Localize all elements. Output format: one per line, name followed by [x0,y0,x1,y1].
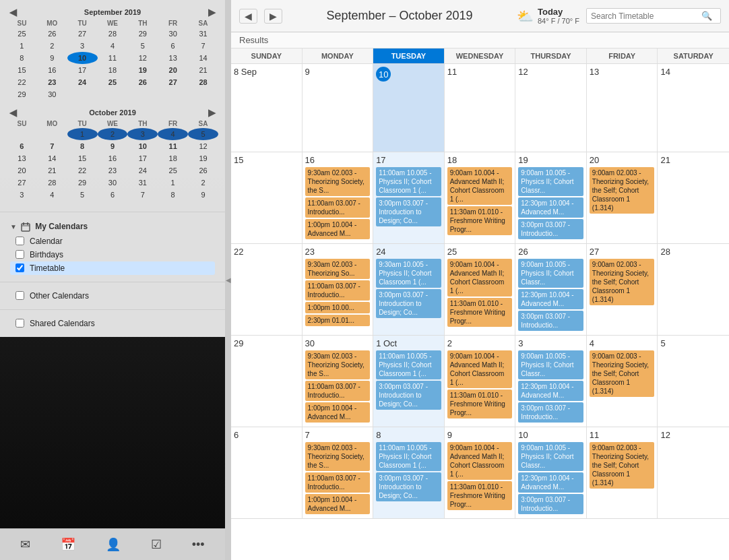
next-month-button[interactable]: ▶ [264,9,282,24]
birthdays-item[interactable]: Birthdays [10,248,215,261]
event[interactable]: 9:00am 10.004 - Advanced Math II; Cohort… [447,350,513,388]
mini-cal-day[interactable]: 21 [188,64,218,76]
mini-cal-day[interactable]: 3 [7,189,37,201]
mini-cal-day[interactable]: 29 [7,88,37,100]
mini-cal-day[interactable]: 28 [37,177,67,189]
more-icon[interactable]: ••• [187,535,210,555]
mini-cal-day[interactable]: 14 [188,52,218,64]
event[interactable]: 9:30am 02.003 - Theorizing Society, the … [305,350,371,379]
mini-cal-day[interactable]: 28 [98,28,128,40]
event[interactable]: 3:00pm 03.007 - Introductio... [518,494,583,514]
mini-cal-day[interactable]: 3 [127,128,158,140]
calendar-item[interactable]: Calendar [10,235,215,248]
search-box[interactable]: 🔍 [586,8,721,24]
event[interactable]: 9:30am 02.003 - Theorizing Society, the … [305,442,371,471]
mini-cal-day[interactable]: 8 [158,189,188,201]
event[interactable]: 9:00am 10.005 - Physics II; Cohort Class… [518,350,583,379]
mini-cal-day[interactable]: 30 [98,177,128,189]
mini-cal-day[interactable]: 29 [67,177,98,189]
calendar-icon[interactable]: 📅 [55,534,81,555]
event[interactable]: 9:00am 10.004 - Advanced Math II; Cohort… [447,442,513,480]
mini-cal-day[interactable]: 25 [7,28,37,40]
prev-month-button[interactable]: ◀ [239,9,257,24]
mini-cal-day[interactable]: 24 [67,76,98,88]
event[interactable]: 1:00pm 10.00... [305,302,371,313]
calendar-checkbox[interactable] [15,237,24,245]
event[interactable]: 11:30am 01.010 - Freshmore Writing Progr… [447,298,513,327]
other-calendars-checkbox[interactable] [15,291,24,300]
mini-cal-day[interactable]: 9 [98,140,128,152]
event[interactable]: 3:00pm 03.007 - Introductio... [518,311,583,331]
event[interactable]: 3:00pm 03.007 - Introduction to Design; … [376,197,441,226]
mini-cal-day[interactable]: 31 [127,177,158,189]
collapse-handle[interactable]: ◀ [226,0,231,560]
mini-cal-day[interactable]: 5 [67,189,98,201]
event[interactable]: 11:30am 01.010 - Freshmore Writing Progr… [447,206,513,235]
mini-cal-day[interactable]: 2 [37,40,67,52]
event[interactable]: 11:00am 03.007 - Introductio... [305,472,371,493]
mini-cal-day[interactable]: 13 [158,52,188,64]
mini-cal-day[interactable]: 11 [98,52,128,64]
mini-cal-day[interactable]: 2 [188,177,218,189]
mini-cal-day[interactable]: 27 [7,177,37,189]
mini-cal-day[interactable]: 29 [127,28,158,40]
event[interactable]: 12:30pm 10.004 - Advanced M... [518,197,583,218]
mini-cal-day[interactable]: 4 [98,40,128,52]
mini-cal-day[interactable]: 4 [37,189,67,201]
mini-cal-day[interactable]: 1 [158,177,188,189]
search-input[interactable] [591,11,699,21]
mini-cal-day[interactable]: 23 [98,164,128,177]
mini-cal-day[interactable]: 1 [67,128,98,140]
mini-cal-day[interactable]: 18 [158,152,188,164]
mini-cal-day[interactable]: 25 [98,76,128,88]
mini-cal-day[interactable]: 14 [37,152,67,164]
mini-cal-day[interactable]: 5 [127,40,158,52]
event[interactable]: 9:00am 02.003 - Theorizing Society, the … [590,259,655,305]
event[interactable]: 12:30pm 10.004 - Advanced M... [518,472,583,493]
event[interactable]: 3:00pm 03.007 - Introductio... [518,219,583,239]
mini-cal-day[interactable] [7,128,37,140]
shared-calendars-checkbox[interactable] [15,319,24,328]
mini-cal-day[interactable]: 4 [158,128,188,140]
event[interactable]: 1:00pm 10.004 - Advanced M... [305,219,371,239]
event[interactable]: 3:00pm 03.007 - Introduction to Design; … [376,381,441,410]
mini-cal-day[interactable]: 8 [67,140,98,152]
event[interactable]: 1:00pm 10.004 - Advanced M... [305,494,371,514]
mini-cal-day[interactable]: 3 [67,40,98,52]
event[interactable]: 11:00am 10.005 - Physics II; Cohort Clas… [376,167,441,196]
mini-cal-day[interactable]: 19 [127,64,158,76]
mini-cal-day[interactable]: 19 [188,152,218,164]
mini-cal-day[interactable]: 10 [127,140,158,152]
mini-cal-day[interactable]: 5 [188,128,218,140]
mini-cal-day[interactable]: 16 [37,64,67,76]
timetable-item[interactable]: Timetable [10,261,215,275]
mini-cal-day[interactable]: 13 [7,152,37,164]
event[interactable]: 9:00am 10.005 - Physics II; Cohort Class… [518,442,583,471]
sep-next-button[interactable]: ▶ [205,7,218,18]
mini-cal-day[interactable]: 12 [188,140,218,152]
mini-cal-day[interactable]: 17 [127,152,158,164]
mini-cal-day[interactable]: 15 [7,64,37,76]
mini-cal-day[interactable]: 20 [158,64,188,76]
mini-cal-day[interactable]: 1 [7,40,37,52]
shared-calendars-item[interactable]: Shared Calendars [10,317,215,330]
oct-next-button[interactable]: ▶ [205,107,218,118]
mini-cal-day[interactable]: 15 [67,152,98,164]
mini-cal-day[interactable]: 10 [67,52,98,64]
mini-cal-day[interactable]: 11 [158,140,188,152]
mini-cal-day[interactable]: 7 [37,140,67,152]
birthdays-checkbox[interactable] [15,250,24,259]
event[interactable]: 11:00am 10.005 - Physics II; Cohort Clas… [376,442,441,471]
event[interactable]: 9:00am 10.004 - Advanced Math II; Cohort… [447,259,513,297]
mini-cal-day[interactable]: 17 [67,64,98,76]
mini-cal-day[interactable]: 26 [127,76,158,88]
mini-cal-day[interactable] [37,128,67,140]
event[interactable]: 11:00am 03.007 - Introductio... [305,280,371,301]
my-calendars-header[interactable]: ▼ My Calendars [10,219,215,235]
mini-cal-day[interactable]: 6 [98,189,128,201]
event[interactable]: 9:30am 02.003 - Theorizing So... [305,259,371,279]
event[interactable]: 9:00am 10.005 - Physics II; Cohort Class… [518,167,583,196]
other-calendars-item[interactable]: Other Calendars [10,289,215,303]
event[interactable]: 12:30pm 10.004 - Advanced M... [518,381,583,401]
event[interactable]: 11:00am 03.007 - Introductio... [305,381,371,401]
